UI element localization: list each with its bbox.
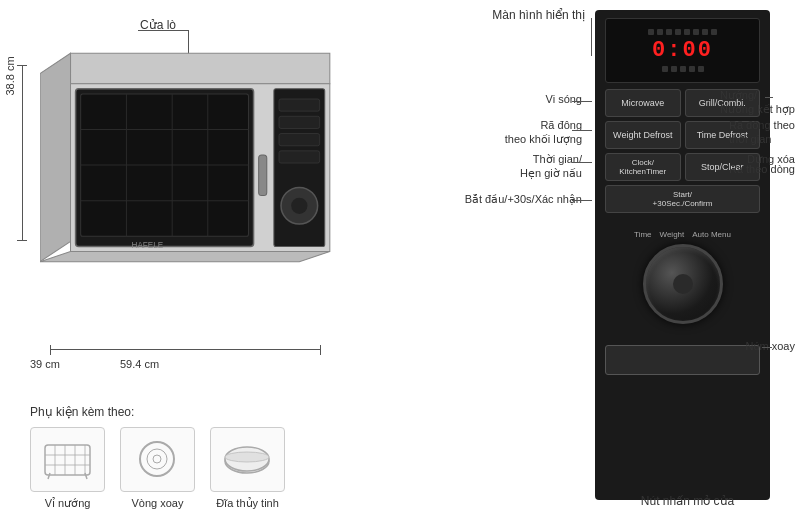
- icon-dot-1: [648, 29, 654, 35]
- acc-dia-thuy-tinh: Đĩa thủy tinh: [210, 427, 285, 510]
- dia-svg: [220, 437, 275, 482]
- svg-line-28: [48, 473, 50, 479]
- left-section: Cửa lò 38.8 cm 39 cm 59.4 cm: [20, 10, 370, 520]
- btn-row-4: Start/ +30Sec./Confirm: [605, 185, 760, 213]
- vi-song-line: [572, 101, 592, 102]
- nuong-line: [765, 97, 773, 98]
- svg-point-35: [225, 452, 269, 462]
- man-hinh-line: [591, 18, 592, 56]
- dim-h-bot: [17, 240, 27, 241]
- icon-dot-8: [711, 29, 717, 35]
- acc-vong-xoay: Vòng xoay: [120, 427, 195, 510]
- icon-dot-b5: [698, 66, 704, 72]
- icon-dot-5: [684, 29, 690, 35]
- display-bottom-icons: [662, 66, 704, 72]
- microwave-image: 38.8 cm 39 cm 59.4 cm: [40, 40, 360, 320]
- accessories-title: Phụ kiện kèm theo:: [30, 405, 350, 419]
- icon-dot-7: [702, 29, 708, 35]
- vong-xoay-svg: [130, 437, 185, 482]
- dim-w-line: [50, 349, 320, 350]
- icon-dot-b1: [662, 66, 668, 72]
- svg-point-32: [153, 455, 161, 463]
- svg-marker-0: [71, 53, 330, 84]
- dim-w-right: [320, 345, 321, 355]
- svg-point-31: [147, 449, 167, 469]
- svg-rect-15: [279, 116, 320, 128]
- btn-start[interactable]: Start/ +30Sec./Confirm: [605, 185, 760, 213]
- ra-dong-kl-line: [572, 130, 592, 131]
- label-nut-nhan: Nút nhấn mở cửa: [610, 494, 765, 508]
- knob-label-time: Time: [634, 230, 651, 239]
- acc-vi-nuong: Vỉ nướng: [30, 427, 105, 510]
- vi-nuong-svg: [40, 437, 95, 482]
- svg-point-30: [140, 442, 174, 476]
- svg-rect-12: [259, 155, 267, 196]
- knob-label-auto: Auto Menu: [692, 230, 731, 239]
- dim-width: 59.4 cm: [120, 358, 159, 370]
- icon-dot-4: [675, 29, 681, 35]
- door-button[interactable]: [605, 345, 760, 375]
- label-ra-theo-dong: Ra theo dòng: [729, 163, 795, 175]
- display-time: 0:00: [652, 38, 713, 63]
- label-vi-song: Vi sóng: [546, 93, 583, 105]
- vong-xoay-box: [120, 427, 195, 492]
- bat-dau-line: [572, 200, 592, 201]
- svg-point-19: [291, 198, 307, 214]
- label-man-hinh: Màn hình hiển thị: [492, 8, 585, 22]
- icon-dot-2: [657, 29, 663, 35]
- svg-text:HAFELE: HAFELE: [132, 241, 164, 250]
- icon-dot-3: [666, 29, 672, 35]
- dim-w-left: [50, 345, 51, 355]
- vi-nuong-label: Vỉ nướng: [45, 497, 91, 510]
- icon-dot-6: [693, 29, 699, 35]
- btn-weight-defrost[interactable]: Weight Defrost: [605, 121, 681, 149]
- svg-rect-17: [279, 151, 320, 163]
- label-thoi-gian: Thời gian/Hẹn giờ nấu: [520, 152, 582, 181]
- svg-marker-1: [40, 53, 71, 261]
- main-container: Cửa lò 38.8 cm 39 cm 59.4 cm: [0, 0, 800, 520]
- knob-label-weight: Weight: [660, 230, 685, 239]
- thoi-gian-line: [572, 162, 592, 163]
- svg-line-29: [85, 473, 87, 479]
- control-panel: 0:00 Microwave Grill/Combi. Weight Defro…: [595, 10, 770, 500]
- svg-rect-16: [279, 134, 320, 146]
- accessories-items: Vỉ nướng Vòng xoay: [30, 427, 350, 510]
- label-bat-dau: Bắt đầu/+30s/Xác nhận: [465, 193, 582, 206]
- microwave-svg: HAFELE: [40, 40, 340, 280]
- vi-nuong-box: [30, 427, 105, 492]
- btn-clock-timer[interactable]: Clock/ KitchenTimer: [605, 153, 681, 181]
- icon-dot-b3: [680, 66, 686, 72]
- dia-thuy-tinh-box: [210, 427, 285, 492]
- label-ra-dong-kl: Rã đôngtheo khối lượng: [505, 118, 582, 147]
- vong-xoay-label: Vòng xoay: [132, 497, 184, 509]
- label-num-xoay: Núm xoay: [745, 340, 795, 352]
- right-section: 0:00 Microwave Grill/Combi. Weight Defro…: [470, 0, 800, 520]
- knob-labels: Time Weight Auto Menu: [634, 230, 731, 239]
- display-top-icons: [648, 29, 717, 35]
- dim-h-top: [17, 65, 27, 66]
- label-ra-dong-tg: Rã đông theothời gian: [729, 118, 795, 147]
- label-nuong: Nướng/Nướng kết hợp: [720, 88, 795, 117]
- svg-rect-14: [279, 99, 320, 111]
- display-screen: 0:00: [605, 18, 760, 83]
- accessories-section: Phụ kiện kèm theo:: [30, 405, 350, 510]
- dim-h-line: [22, 65, 23, 240]
- icon-dot-b2: [671, 66, 677, 72]
- svg-rect-21: [45, 445, 90, 475]
- icon-dot-b4: [689, 66, 695, 72]
- cua-lo-line-h: [138, 30, 188, 31]
- knob-area: Time Weight Auto Menu: [605, 217, 760, 337]
- knob[interactable]: [643, 244, 723, 324]
- num-xoay-line: [762, 347, 772, 348]
- dim-height: 38.8 cm: [4, 56, 16, 95]
- dia-thuy-tinh-label: Đĩa thủy tinh: [216, 497, 279, 510]
- svg-marker-3: [40, 252, 330, 262]
- dim-depth: 39 cm: [30, 358, 60, 370]
- btn-microwave[interactable]: Microwave: [605, 89, 681, 117]
